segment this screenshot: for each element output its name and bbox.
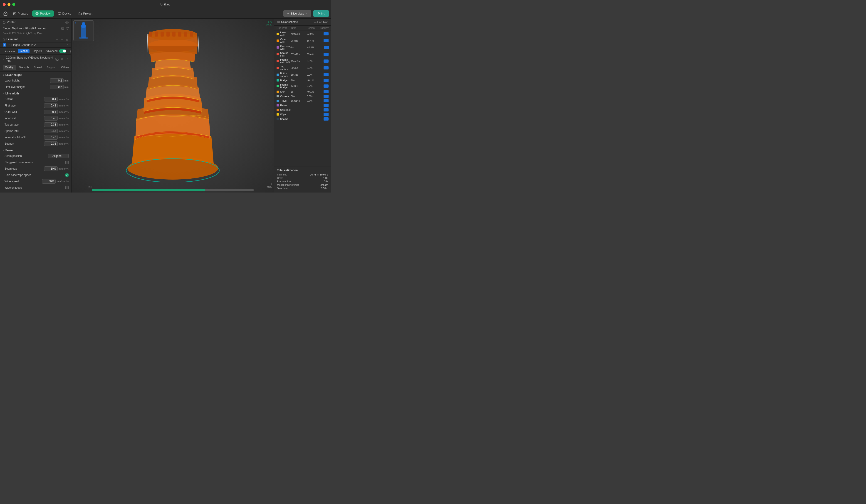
edit-filament-icon[interactable] [66, 44, 69, 46]
display-toggle[interactable] [324, 104, 329, 107]
process-section: Process Global Objects Advanced [0, 48, 71, 55]
setting-top-surface-width: Top surface mm or % [0, 122, 71, 128]
display-toggle[interactable] [324, 90, 329, 93]
total-estimation: Total estimation Filament: 16.78 m 50.04… [274, 166, 331, 192]
home-button[interactable] [2, 10, 9, 17]
advanced-toggle[interactable]: Advanced [45, 49, 66, 53]
color-dot [277, 46, 279, 48]
remove-filament-icon[interactable] [60, 38, 64, 41]
seam-position-dropdown[interactable]: Aligned [48, 154, 69, 158]
color-dot [277, 118, 279, 120]
printer-section-title: Printer [3, 20, 15, 24]
thumbnail-panel[interactable]: 1 [73, 20, 94, 41]
top-surface-width-input[interactable] [44, 122, 58, 127]
color-dot [277, 53, 279, 55]
prepare-tab[interactable]: Prepare [10, 10, 31, 16]
edit-printer-icon[interactable] [61, 27, 64, 30]
slice-button[interactable]: Slice plate [283, 10, 311, 17]
tab-quality[interactable]: Quality [3, 65, 16, 70]
preview-tab[interactable]: Preview [32, 10, 54, 16]
settings-scroll[interactable]: ≡ Layer height Layer height mm First lay… [0, 71, 71, 192]
display-toggle[interactable] [324, 32, 329, 35]
seam-gap-input[interactable] [44, 166, 58, 171]
display-toggle[interactable] [324, 108, 329, 111]
window-title: Untitled [160, 3, 170, 6]
color-row: Wipe [274, 112, 331, 117]
first-layer-height-input[interactable] [50, 85, 64, 89]
display-toggle[interactable] [324, 85, 329, 88]
svg-line-27 [68, 60, 68, 60]
display-toggle[interactable] [324, 66, 329, 69]
process-tab-global[interactable]: Global [18, 49, 30, 53]
wipe-on-loops-checkbox[interactable] [65, 186, 69, 189]
role-base-wipe-checkbox[interactable]: ✓ [65, 173, 69, 177]
outer-wall-width-input[interactable] [44, 110, 58, 114]
est-total-time: Total time: 2h51m [277, 187, 328, 190]
display-toggle[interactable] [324, 53, 329, 56]
color-label: Internal Bridge [277, 83, 291, 89]
staggered-seams-checkbox[interactable] [65, 161, 69, 164]
color-dot [277, 67, 279, 69]
display-toggle[interactable] [324, 39, 329, 42]
wipe-speed-input[interactable] [42, 179, 56, 184]
copy-profile-icon[interactable] [55, 58, 58, 61]
close-button[interactable] [3, 3, 6, 6]
display-toggle[interactable] [324, 79, 329, 82]
section-precision[interactable]: ✦ Precision [0, 191, 71, 192]
color-row: Retract [274, 103, 331, 108]
color-label: Sparse infill [277, 52, 291, 57]
tab-others[interactable]: Others [59, 65, 71, 70]
profile-selector: 0.20mm Standard @Elegoo Neptune 4 Plus [0, 55, 71, 64]
inner-wall-width-input[interactable] [44, 116, 58, 121]
default-width-input[interactable] [44, 97, 58, 101]
display-toggle[interactable] [324, 113, 329, 116]
setting-first-layer-width: First layer mm or % [0, 102, 71, 109]
support-width-input[interactable] [44, 142, 58, 146]
profile-actions [55, 58, 69, 61]
delete-profile-icon[interactable] [60, 58, 64, 61]
add-filament-icon[interactable] [55, 38, 58, 41]
color-row: Seams [274, 117, 331, 121]
layer-height-input[interactable] [50, 78, 64, 83]
device-tab[interactable]: Device [55, 10, 75, 16]
svg-rect-42 [184, 32, 187, 36]
tab-strength[interactable]: Strength [16, 65, 31, 70]
display-toggle[interactable] [324, 95, 329, 98]
display-toggle[interactable] [324, 99, 329, 102]
search-profile-icon[interactable] [65, 58, 69, 61]
process-grid-icon[interactable] [70, 49, 71, 53]
section-line-width[interactable]: ≡ Line width [0, 90, 71, 96]
display-toggle[interactable] [324, 73, 329, 76]
section-seam[interactable]: ≡ Seam [0, 147, 71, 153]
project-tab[interactable]: Project [75, 10, 96, 16]
filament-settings-icon[interactable] [65, 38, 69, 41]
setting-internal-solid-infill-width: Internal solid infill mm or % [0, 134, 71, 141]
display-toggle[interactable] [324, 46, 329, 49]
printer-settings-icon[interactable] [65, 21, 69, 24]
svg-point-11 [3, 38, 5, 41]
line-type-selector[interactable]: — Line Type [314, 21, 328, 23]
advanced-switch[interactable] [59, 49, 66, 53]
internal-solid-infill-width-input[interactable] [44, 135, 58, 139]
display-toggle[interactable] [324, 59, 329, 63]
svg-rect-37 [155, 32, 158, 36]
est-filament: Filament: 16.78 m 50.04 g [277, 173, 328, 176]
svg-rect-23 [57, 59, 58, 60]
first-layer-width-input[interactable] [44, 103, 58, 108]
tab-speed[interactable]: Speed [32, 65, 44, 70]
svg-rect-41 [178, 32, 181, 36]
color-dot [277, 40, 279, 42]
refresh-printer-icon[interactable] [66, 27, 69, 30]
minimize-button[interactable] [8, 3, 10, 6]
svg-point-10 [67, 22, 67, 23]
process-tab-objects[interactable]: Objects [31, 49, 44, 53]
viewport[interactable]: 1 [71, 19, 274, 192]
section-layer-height[interactable]: ≡ Layer height [0, 71, 71, 77]
setting-sparse-infill-width: Sparse infill mm or % [0, 128, 71, 134]
maximize-button[interactable] [12, 3, 15, 6]
display-toggle[interactable] [324, 117, 329, 121]
setting-default-width: Default mm or % [0, 96, 71, 102]
tab-support[interactable]: Support [44, 65, 58, 70]
sparse-infill-width-input[interactable] [44, 129, 58, 133]
print-button[interactable]: Print [313, 10, 329, 17]
